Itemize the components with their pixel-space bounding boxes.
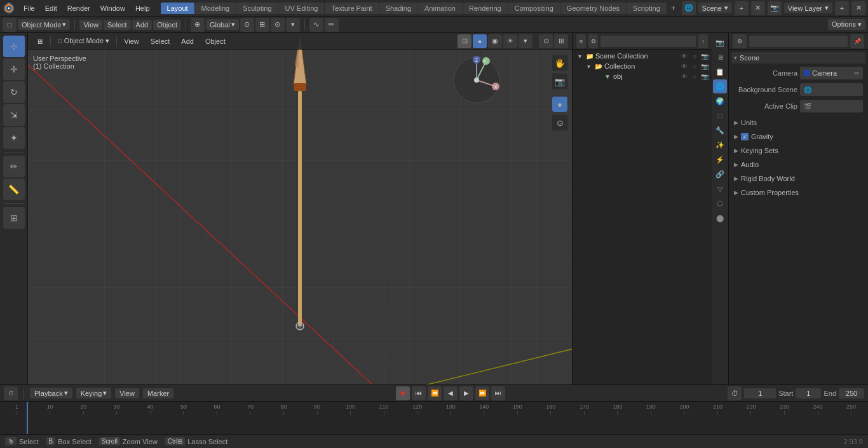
background-scene-selector[interactable]: 🌐 [800, 83, 863, 96]
tb-view[interactable]: View [79, 20, 102, 30]
shading-btn[interactable]: ● [552, 96, 568, 112]
object-mode-selector[interactable]: Object Mode ▾ [18, 19, 70, 30]
tb-select[interactable]: Select [104, 20, 131, 30]
active-clip-selector[interactable]: 🎬 [800, 100, 863, 112]
outliner-filter-icon[interactable]: ⚙ [588, 34, 598, 48]
viewport-shading-options[interactable]: ▾ [519, 34, 532, 48]
tab-layout[interactable]: Layout [161, 3, 194, 14]
current-frame-input[interactable]: 1 [744, 388, 776, 398]
view-layer-delete-btn[interactable]: ✕ [851, 1, 865, 15]
timeline-ruler[interactable]: 1102030405060708090100110120130140150160… [0, 402, 868, 434]
viewport-view-menu[interactable]: View [119, 36, 144, 46]
play-reverse-button[interactable]: ◀ [444, 386, 458, 400]
viewport-gizmo[interactable]: Y X Z [451, 55, 502, 107]
prop-output-icon[interactable]: 🖥 [713, 50, 727, 64]
jump-end-button[interactable]: ⏭ [491, 386, 505, 400]
prop-particles-icon[interactable]: ✨ [713, 138, 727, 152]
prop-physics-icon[interactable]: ⚡ [713, 153, 727, 166]
keying-menu[interactable]: Keying ▾ [76, 388, 112, 398]
keying-sets-section-header[interactable]: ▶ Keying Sets [731, 145, 865, 156]
viewport-shading-solid[interactable]: ● [473, 34, 487, 48]
tool-move[interactable]: ✛ [3, 58, 25, 80]
tab-modeling[interactable]: Modeling [195, 3, 236, 14]
marker-menu[interactable]: Marker [143, 388, 173, 398]
camera-edit-icon[interactable]: ✏ [854, 70, 859, 77]
menu-edit[interactable]: Edit [41, 3, 62, 13]
timeline-options-icon[interactable]: ⏱ [728, 386, 742, 400]
options-button[interactable]: Options ▾ [828, 19, 865, 30]
add-workspace-button[interactable]: + [667, 1, 680, 15]
xray-toggle[interactable]: ⊞ [554, 34, 568, 48]
scene-collection-render[interactable]: 📷 [700, 53, 709, 60]
obj-viewport[interactable]: ○ [690, 73, 699, 80]
custom-props-section-header[interactable]: ▶ Custom Properties [731, 187, 865, 198]
rigid-body-section-header[interactable]: ▶ Rigid Body World [731, 173, 865, 184]
next-keyframe-button[interactable]: ⏩ [475, 386, 489, 400]
outliner-obj[interactable]: ▼ obj 👁 ○ 📷 [590, 71, 712, 81]
collection-visibility[interactable]: 👁 [680, 63, 689, 70]
viewport-editor-type[interactable]: 🖥 [32, 36, 48, 46]
tool-add-cube[interactable]: ⊞ [3, 207, 25, 229]
obj-visibility[interactable]: 👁 [680, 73, 689, 80]
tab-animation[interactable]: Animation [418, 3, 462, 14]
audio-section-header[interactable]: ▶ Audio [731, 159, 865, 170]
outliner-collection[interactable]: ▾ 📂 Collection 👁 ○ 📷 [581, 61, 712, 71]
menu-help[interactable]: Help [131, 3, 154, 13]
view-menu[interactable]: View [115, 388, 139, 398]
tb-add[interactable]: Add [132, 20, 153, 30]
prop-constraints-icon[interactable]: 🔗 [713, 167, 727, 181]
properties-search-input[interactable] [749, 36, 848, 47]
outliner-sort-icon[interactable]: ↕ [698, 34, 708, 48]
camera-view-btn[interactable]: 📷 [552, 73, 568, 90]
scene-collection-viewport[interactable]: ○ [690, 53, 699, 60]
prop-modifier-icon[interactable]: 🔧 [713, 123, 727, 137]
prop-scene-icon[interactable]: 🌐 [713, 79, 727, 93]
viewport-object-menu[interactable]: Object [201, 36, 230, 46]
tool-cursor[interactable]: ⊹ [3, 36, 25, 57]
scene-new-btn[interactable]: + [735, 1, 749, 15]
gravity-checkbox[interactable]: ✓ [741, 133, 749, 140]
menu-render[interactable]: Render [63, 3, 95, 13]
proportional-icon[interactable]: ⊙ [271, 18, 285, 32]
collection-expand-icon-2[interactable]: ▾ [584, 63, 593, 70]
tab-shading[interactable]: Shading [379, 3, 417, 14]
outliner-search-input[interactable] [600, 36, 696, 47]
collection-viewport[interactable]: ○ [690, 63, 699, 70]
tab-texture-paint[interactable]: Texture Paint [325, 3, 378, 14]
viewport[interactable]: 🖥 □ Object Mode ▾ View Select Add Object… [28, 33, 572, 384]
tool-measure[interactable]: 📏 [3, 179, 25, 200]
jump-start-button[interactable]: ⏮ [412, 386, 426, 400]
view-layer-new-btn[interactable]: + [835, 1, 849, 15]
transform-orientation[interactable]: Global ▾ [206, 19, 239, 30]
overlay-btn[interactable]: ⊙ [552, 114, 568, 131]
prop-world-icon[interactable]: 🌍 [713, 94, 727, 108]
collection-render[interactable]: 📷 [700, 63, 709, 70]
props-pin-icon[interactable]: 📌 [850, 34, 864, 48]
tab-compositing[interactable]: Compositing [508, 3, 560, 14]
scene-section-header[interactable]: ▾ Scene [731, 52, 865, 64]
start-frame-input[interactable]: 1 [796, 388, 821, 398]
play-button[interactable]: ▶ [459, 386, 473, 400]
obj-render[interactable]: 📷 [700, 73, 709, 80]
view-tool-btn[interactable]: 🖐 [552, 55, 568, 71]
tool-annotate[interactable]: ✏ [3, 156, 25, 177]
units-section-header[interactable]: ▶ Units [731, 117, 865, 128]
outliner-scene-collection[interactable]: ▾ 📁 Scene Collection 👁 ○ 📷 [573, 51, 712, 61]
tab-scripting[interactable]: Scripting [627, 3, 667, 14]
prop-render-icon[interactable]: 📷 [713, 36, 727, 50]
viewport-shading-material[interactable]: ◉ [488, 34, 502, 48]
proportional-type-icon[interactable]: ▾ [286, 18, 300, 32]
tab-rendering[interactable]: Rendering [463, 3, 508, 14]
tab-sculpting[interactable]: Sculpting [236, 3, 278, 14]
scene-selector[interactable]: Scene ▾ [698, 3, 732, 13]
gravity-section-header[interactable]: ▶ ✓ Gravity [731, 131, 865, 142]
prop-data-icon[interactable]: ▽ [713, 182, 727, 196]
prop-texture-icon[interactable]: ⬤ [713, 211, 727, 225]
tb-object[interactable]: Object [153, 20, 181, 30]
collection-expand-icon[interactable]: ▾ [575, 53, 584, 60]
view-layer-selector[interactable]: View Layer ▾ [784, 3, 832, 13]
viewport-shading-render[interactable]: ☀ [503, 34, 517, 48]
scene-delete-btn[interactable]: ✕ [751, 1, 765, 15]
end-frame-input[interactable]: 250 [839, 388, 864, 398]
snap-icon[interactable]: ⊞ [255, 18, 269, 32]
